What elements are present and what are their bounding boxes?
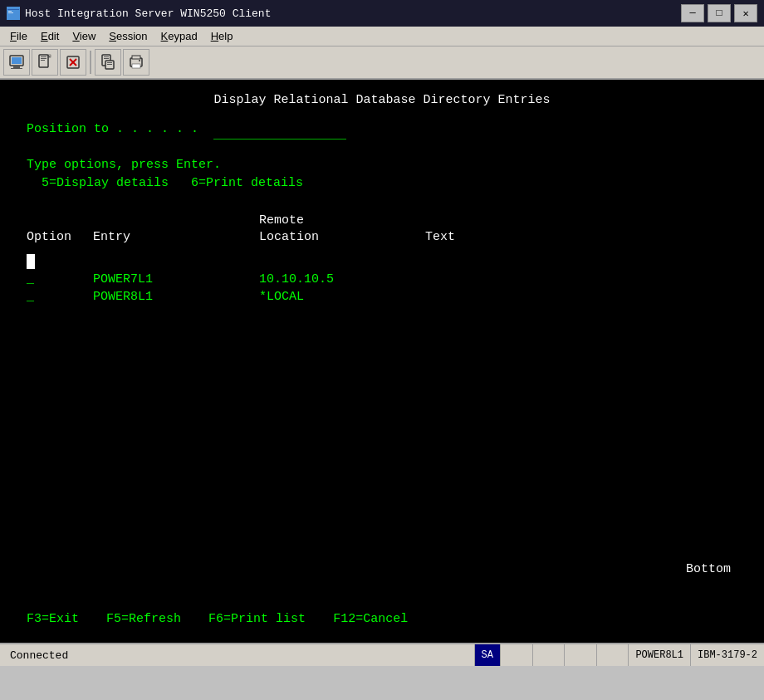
status-model: IBM-3179-2 [690,644,764,666]
toolbar-btn-2[interactable] [32,49,58,76]
instructions-line2: 5=Display details 6=Print details [27,174,737,193]
fkey-f12-label: =Cancel [355,612,408,626]
bottom-label: Bottom [686,562,731,576]
row1-option: _ [27,272,93,286]
menu-view[interactable]: View [66,28,102,44]
title-bar: Host Integration Server WIN5250 Client —… [0,0,764,27]
menu-file[interactable]: File [3,28,34,44]
row1-location: 10.10.10.5 [259,272,425,286]
status-server: POWER8L1 [628,644,690,666]
table-row: _ POWER7L1 10.10.10.5 [27,272,737,286]
col-header-option: Option [27,230,93,244]
toolbar-separator [90,51,91,74]
row2-option: _ [27,290,93,304]
menu-session[interactable]: Session [102,28,154,44]
svg-rect-20 [104,58,109,59]
column-headers-row2: Option Entry Location Text [27,230,737,244]
svg-rect-4 [8,12,13,13]
instructions-block: Type options, press Enter. 5=Display det… [27,156,737,193]
row2-location: *LOCAL [259,290,425,304]
cursor-option [27,254,93,269]
svg-rect-8 [11,68,22,69]
cursor-block [27,254,35,269]
maximize-button[interactable]: □ [708,4,731,22]
row1-entry: POWER7L1 [93,272,259,286]
status-seg5 [596,644,629,666]
svg-rect-7 [13,66,20,68]
fkey-f6-key: F6 [208,612,223,626]
svg-rect-22 [107,62,112,63]
svg-rect-6 [12,57,22,64]
col-header-text-label: Text [425,230,455,244]
toolbar-btn-3[interactable] [60,49,86,76]
screen-title: Display Relational Database Directory En… [27,93,737,107]
menu-help[interactable]: Help [204,28,240,44]
row2-entry: POWER8L1 [93,290,259,304]
function-keys-bar: F3=Exit F5=Refresh F6=Print list F12=Can… [27,612,408,626]
fkey-f3-key: F3 [27,612,42,626]
instructions-line1: Type options, press Enter. [27,156,737,175]
fkey-f5[interactable]: F5=Refresh [106,612,189,626]
fkey-f12-key: F12 [333,612,355,626]
toolbar-btn-4[interactable] [95,49,121,76]
terminal-screen: Display Relational Database Directory En… [0,80,764,643]
col-header-location: Location [259,230,425,244]
status-seg2 [500,644,532,666]
menu-bar: File Edit View Session Keypad Help [0,27,764,47]
position-label: Position to . . . . . . [27,122,198,136]
window-title: Host Integration Server WIN5250 Client [25,7,271,20]
status-sa: SA [474,644,500,666]
svg-rect-19 [104,56,109,57]
table-row: _ POWER8L1 *LOCAL [27,290,737,304]
status-bar: Connected SA POWER8L1 IBM-3179-2 [0,643,764,666]
svg-rect-25 [132,56,140,59]
col-header-remote: Remote [259,213,425,228]
svg-rect-11 [41,58,47,59]
toolbar [0,47,764,80]
col-header-text [425,213,433,228]
fkey-f5-label: =Refresh [121,612,181,626]
close-button[interactable]: ✕ [734,4,757,22]
svg-rect-23 [107,64,112,65]
status-seg4 [564,644,596,666]
menu-keypad[interactable]: Keypad [154,28,204,44]
svg-rect-10 [41,56,47,57]
minimize-button[interactable]: — [681,4,704,22]
toolbar-btn-5[interactable] [123,49,149,76]
svg-rect-12 [41,60,45,61]
status-seg3 [532,644,565,666]
svg-rect-26 [132,64,140,68]
menu-edit[interactable]: Edit [34,28,66,44]
toolbar-btn-1[interactable] [3,49,30,76]
fkey-f12[interactable]: F12=Cancel [333,612,408,626]
fkey-f3-label: =Exit [42,612,79,626]
status-connected: Connected [0,649,474,662]
col-header-spacer2 [93,213,259,228]
fkey-f6[interactable]: F6=Print list [208,612,313,626]
window-controls: — □ ✕ [681,4,757,22]
column-headers: Remote [27,213,737,228]
svg-rect-1 [9,17,17,18]
cursor-row [27,254,737,269]
fkey-f6-label: =Print list [223,612,306,626]
col-header-spacer [27,213,93,228]
col-header-entry: Entry [93,230,259,244]
position-to-row: Position to . . . . . . [27,120,737,140]
fkey-f5-key: F5 [106,612,121,626]
svg-point-27 [139,60,140,61]
svg-rect-2 [7,9,19,10]
svg-rect-3 [8,11,12,12]
fkey-f3[interactable]: F3=Exit [27,612,86,626]
app-icon [7,7,20,20]
